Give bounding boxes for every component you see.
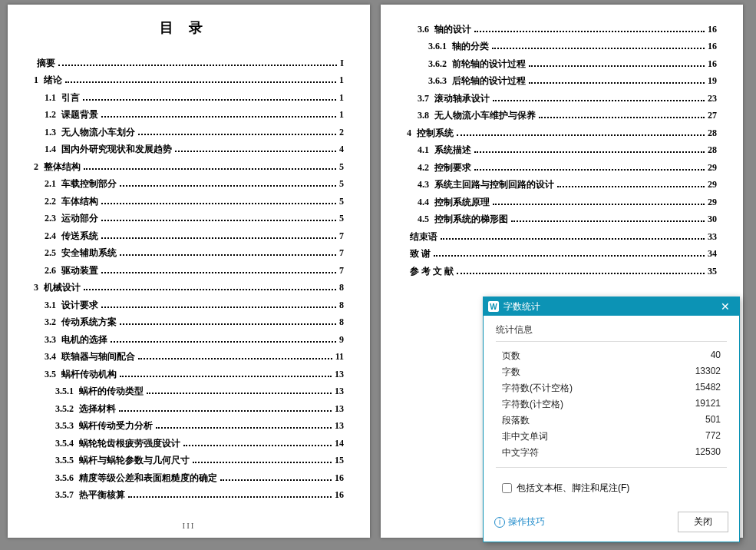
- toc-entry[interactable]: 2.3 运动部分5: [34, 212, 344, 225]
- toc-entry[interactable]: 3.5.1 蜗杆的传动类型13: [34, 385, 344, 398]
- toc-entry-label: 控制系统: [417, 127, 454, 140]
- stats-list: 页数40字数13302字符数(不计空格)15482字符数(计空格)19121段落…: [496, 348, 727, 461]
- toc-entry-label: 驱动装置: [61, 264, 98, 277]
- toc-leader: [58, 65, 337, 66]
- stat-value: 501: [705, 414, 721, 427]
- toc-entry[interactable]: 4.2 控制要求29: [407, 161, 717, 174]
- toc-entry[interactable]: 3.5.3 蜗杆传动受力分析13: [34, 419, 344, 432]
- stat-row: 字符数(不计空格)15482: [496, 380, 727, 396]
- toc-entry-number: 4.3: [418, 179, 431, 191]
- toc-leader: [84, 289, 336, 290]
- toc-entry[interactable]: 3.6.3 后轮轴的设计过程19: [407, 75, 717, 88]
- stat-row: 非中文单词772: [496, 429, 727, 445]
- include-footnotes-checkbox[interactable]: 包括文本框、脚注和尾注(F): [496, 474, 727, 499]
- toc-entry-number: 2.1: [45, 178, 58, 190]
- toc-entry-page: 16: [335, 489, 344, 501]
- toc-entry[interactable]: 1.4 国内外研究现状和发展趋势4: [34, 143, 344, 156]
- toc-entry[interactable]: 3.7 滚动轴承设计23: [407, 92, 717, 105]
- toc-entry[interactable]: 2 整体结构5: [34, 161, 344, 174]
- toc-entry[interactable]: 4.5 控制系统的梯形图30: [407, 213, 717, 226]
- toc-entry[interactable]: 3.2 传动系统方案8: [34, 316, 344, 329]
- toc-entry[interactable]: 2.1 车载控制部分5: [34, 177, 344, 191]
- toc-leader: [493, 100, 705, 101]
- toc-entry[interactable]: 1.1 引言1: [34, 91, 344, 104]
- toc-leader: [156, 427, 332, 429]
- toc-entry-number: 3.8: [418, 110, 431, 121]
- toc-entry-label: 传送系统: [61, 230, 98, 243]
- toc-entry-number: 2.4: [45, 230, 58, 242]
- stat-value: 15482: [695, 382, 721, 395]
- toc-entry-number: 3.4: [45, 351, 58, 363]
- toc-entry-page: 1: [339, 75, 344, 86]
- toc-entry[interactable]: 参 考 文 献35: [407, 265, 717, 278]
- toc-entry-page: 27: [708, 110, 717, 121]
- toc-entry[interactable]: 3.5.2 选择材料13: [34, 403, 344, 416]
- toc-entry-number: 3.6.1: [428, 41, 449, 52]
- toc-entry-label: 安全辅助系统: [61, 247, 117, 260]
- toc-leader: [120, 185, 336, 187]
- toc-entry-label: 绪论: [44, 74, 62, 87]
- toc-entry[interactable]: 1 绪论1: [34, 74, 344, 87]
- toc-entry[interactable]: 3.1 设计要求8: [34, 299, 344, 312]
- close-button[interactable]: 关闭: [678, 512, 728, 532]
- toc-entry[interactable]: 2.4 传送系统7: [34, 230, 344, 243]
- toc-entry-number: 3.5.5: [55, 455, 76, 466]
- toc-entry[interactable]: 致 谢34: [407, 247, 717, 260]
- toc-entry[interactable]: 2.6 驱动装置7: [34, 264, 344, 277]
- toc-entry[interactable]: 3.8 无人物流小车维护与保养27: [407, 109, 717, 122]
- toc-entry[interactable]: 3.6.1 轴的分类16: [407, 40, 717, 53]
- stat-label: 段落数: [502, 414, 530, 427]
- toc-entry-number: 1.3: [45, 127, 58, 138]
- toc-entry[interactable]: 3.4 联轴器与轴间配合11: [34, 350, 344, 363]
- toc-entry-page: 13: [335, 420, 344, 432]
- toc-entry[interactable]: 摘要I: [34, 57, 344, 70]
- toc-entry-number: 3.5.2: [55, 403, 76, 415]
- toc-entry-page: 11: [335, 351, 344, 363]
- toc-entry-number: 3.5.1: [55, 386, 76, 397]
- toc-leader: [457, 134, 705, 136]
- toc-leader: [101, 237, 336, 239]
- toc-entry[interactable]: 3 机械设计8: [34, 281, 344, 294]
- dialog-titlebar[interactable]: W 字数统计 ✕: [484, 297, 739, 316]
- toc-entry[interactable]: 3.5 蜗杆传动机构13: [34, 368, 344, 381]
- toc-entry[interactable]: 3.5.5 蜗杆与蜗轮参数与几何尺寸15: [34, 454, 344, 467]
- toc-entry-number: 3.7: [418, 93, 431, 104]
- close-icon[interactable]: ✕: [716, 300, 735, 313]
- toc-entry-number: 4.5: [418, 214, 431, 225]
- toc-entry-label: 传动系统方案: [61, 316, 117, 329]
- toc-entry[interactable]: 4.4 控制系统原理29: [407, 196, 717, 209]
- toc-entry-label: 引言: [61, 91, 80, 104]
- toc-entry[interactable]: 3.5.7 热平衡核算16: [34, 489, 344, 502]
- toc-entry[interactable]: 4 控制系统28: [407, 127, 717, 140]
- toc-entry-page: 29: [708, 197, 717, 208]
- toc-entry[interactable]: 2.5 安全辅助系统7: [34, 247, 344, 260]
- toc-entry[interactable]: 3.6 轴的设计16: [407, 23, 717, 36]
- include-footnotes-input[interactable]: [502, 483, 512, 493]
- toc-entry-page: 5: [339, 178, 344, 190]
- toc-entry[interactable]: 结束语33: [407, 230, 717, 244]
- toc-entry[interactable]: 3.5.6 精度等级公差和表面粗糙度的确定16: [34, 472, 344, 485]
- toc-entry[interactable]: 4.1 系统描述28: [407, 144, 717, 157]
- toc-entry[interactable]: 1.2 课题背景1: [34, 108, 344, 121]
- toc-leader: [101, 203, 336, 204]
- toc-entry[interactable]: 3.3 电机的选择9: [34, 333, 344, 346]
- toc-entry-page: 7: [339, 265, 344, 277]
- toc-entry[interactable]: 3.5.4 蜗轮轮齿根疲劳强度设计14: [34, 437, 344, 450]
- tips-link[interactable]: i 操作技巧: [494, 515, 670, 528]
- toc-entry-label: 蜗杆与蜗轮参数与几何尺寸: [79, 454, 190, 467]
- toc-entry-page: 23: [708, 93, 717, 104]
- toc-entry-label: 摘要: [37, 57, 55, 70]
- toc-leader: [492, 48, 705, 49]
- toc-entry[interactable]: 3.6.2 前轮轴的设计过程16: [407, 58, 717, 71]
- toc-entry[interactable]: 4.3 系统主回路与控制回路的设计29: [407, 178, 717, 191]
- toc-entry[interactable]: 1.3 无人物流小车划分2: [34, 126, 344, 139]
- stat-value: 19121: [695, 398, 721, 411]
- toc-entry-label: 电机的选择: [61, 333, 107, 346]
- toc-entry-number: 3.5.3: [55, 420, 76, 432]
- toc-entry-number: 3.5.7: [55, 489, 76, 501]
- toc-entry[interactable]: 2.2 车体结构5: [34, 195, 344, 208]
- toc-entry-number: 1.2: [45, 109, 58, 121]
- toc-entry-page: 35: [708, 266, 717, 277]
- toc-entry-page: 15: [335, 455, 344, 466]
- toc-leader: [111, 341, 336, 343]
